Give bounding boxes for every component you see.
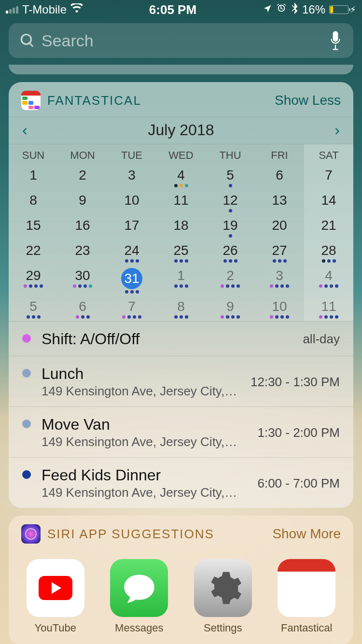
weekday-header: SAT bbox=[304, 144, 353, 165]
event-title: Move Van bbox=[42, 416, 247, 434]
calendar-day[interactable]: 6 bbox=[255, 165, 304, 190]
fantastical-icon bbox=[21, 91, 41, 110]
app-suggestion-settings[interactable]: Settings bbox=[194, 559, 252, 634]
calendar-day[interactable]: 6 bbox=[58, 296, 107, 321]
calendar-day[interactable]: 4 bbox=[156, 165, 206, 190]
charging-icon: ⚡︎ bbox=[350, 4, 356, 15]
show-more-button[interactable]: Show More bbox=[272, 526, 341, 542]
event-row[interactable]: Feed Kids Dinner149 Kensington Ave, Jers… bbox=[9, 458, 353, 508]
event-location: 149 Kensington Ave, Jersey City,… bbox=[42, 384, 240, 399]
calendar-day[interactable]: 15 bbox=[9, 215, 58, 240]
weekday-header: MON bbox=[58, 144, 107, 165]
weekday-header: SUN bbox=[9, 144, 58, 165]
calendar-day[interactable]: 9 bbox=[58, 190, 107, 215]
calendar-day[interactable]: 16 bbox=[58, 215, 107, 240]
calendar-day[interactable]: 14 bbox=[304, 190, 353, 215]
calendar-day[interactable]: 26 bbox=[206, 240, 255, 265]
calendar-day[interactable]: 19 bbox=[206, 215, 255, 240]
battery-icon bbox=[329, 5, 348, 14]
event-time: 6:00 - 7:00 PM bbox=[257, 476, 340, 491]
calendar-day[interactable]: 3 bbox=[107, 165, 156, 190]
status-bar: T-Mobile 6:05 PM 16% ⚡︎ bbox=[0, 0, 362, 19]
weekday-header: WED bbox=[156, 144, 206, 165]
calendar-day[interactable]: 8 bbox=[9, 190, 58, 215]
previous-widget-peek bbox=[9, 65, 353, 74]
calendar-day[interactable]: 1 bbox=[9, 165, 58, 190]
event-color-dot bbox=[22, 334, 31, 343]
calendar-day[interactable]: 11 bbox=[304, 296, 353, 321]
event-color-dot bbox=[22, 420, 31, 428]
app-suggestion-youtube[interactable]: YouTube bbox=[27, 559, 84, 634]
bluetooth-icon bbox=[291, 2, 298, 17]
calendar-day[interactable]: 7 bbox=[107, 296, 156, 321]
calendar-day[interactable]: 2 bbox=[206, 265, 255, 296]
status-time: 6:05 PM bbox=[149, 2, 196, 17]
event-color-dot bbox=[22, 470, 31, 479]
fantastical-widget: FANTASTICAL Show Less ‹ July 2018 › SUNM… bbox=[9, 82, 353, 508]
calendar-day[interactable]: 24 bbox=[107, 240, 156, 265]
weekday-header: FRI bbox=[255, 144, 304, 165]
calendar-day[interactable]: 11 bbox=[156, 190, 206, 215]
alarm-icon bbox=[276, 3, 287, 16]
app-suggestion-messages[interactable]: Messages bbox=[110, 559, 168, 634]
calendar-day[interactable]: 20 bbox=[255, 215, 304, 240]
calendar-day[interactable]: 2 bbox=[58, 165, 107, 190]
calendar-day[interactable]: 5 bbox=[9, 296, 58, 321]
calendar-day[interactable]: 3 bbox=[255, 265, 304, 296]
calendar-day[interactable]: 12 bbox=[206, 190, 255, 215]
event-time: 1:30 - 2:00 PM bbox=[257, 425, 340, 440]
widget-title: SIRI APP SUGGESTIONS bbox=[47, 527, 265, 542]
prev-month-button[interactable]: ‹ bbox=[22, 121, 28, 139]
fantastical-icon bbox=[278, 559, 335, 617]
youtube-icon bbox=[27, 559, 84, 617]
calendar-day[interactable]: 30 bbox=[58, 265, 107, 296]
calendar-day[interactable]: 17 bbox=[107, 215, 156, 240]
calendar-grid: SUNMONTUEWEDTHUFRISAT1234567891011121314… bbox=[9, 144, 353, 321]
calendar-day[interactable]: 23 bbox=[58, 240, 107, 265]
event-row[interactable]: Move Van149 Kensington Ave, Jersey City,… bbox=[9, 407, 353, 458]
calendar-day[interactable]: 29 bbox=[9, 265, 58, 296]
event-location: 149 Kensington Ave, Jersey City,… bbox=[42, 485, 247, 500]
calendar-day[interactable]: 13 bbox=[255, 190, 304, 215]
event-title: Shift: A/Off/Off bbox=[42, 330, 292, 348]
carrier-label: T-Mobile bbox=[22, 3, 67, 16]
calendar-day[interactable]: 28 bbox=[304, 240, 353, 265]
calendar-day[interactable]: 5 bbox=[206, 165, 255, 190]
event-title: Lunch bbox=[42, 365, 240, 383]
mic-icon[interactable] bbox=[329, 31, 342, 50]
widget-title: FANTASTICAL bbox=[47, 93, 268, 108]
app-suggestion-fantastical[interactable]: Fantastical bbox=[278, 559, 335, 634]
calendar-day[interactable]: 27 bbox=[255, 240, 304, 265]
event-title: Feed Kids Dinner bbox=[42, 466, 247, 484]
calendar-day[interactable]: 4 bbox=[304, 265, 353, 296]
search-bar[interactable]: Search bbox=[9, 23, 353, 58]
show-less-button[interactable]: Show Less bbox=[275, 93, 341, 108]
calendar-day[interactable]: 7 bbox=[304, 165, 353, 190]
month-label: July 2018 bbox=[148, 121, 214, 139]
calendar-day[interactable]: 1 bbox=[156, 265, 206, 296]
event-location: 149 Kensington Ave, Jersey City,… bbox=[42, 434, 247, 449]
search-icon bbox=[20, 33, 35, 48]
calendar-day[interactable]: 8 bbox=[156, 296, 206, 321]
siri-icon bbox=[21, 524, 41, 544]
battery-pct: 16% bbox=[302, 3, 325, 16]
calendar-day[interactable]: 10 bbox=[107, 190, 156, 215]
location-icon bbox=[263, 3, 272, 16]
event-color-dot bbox=[22, 369, 31, 378]
event-time: all-day bbox=[303, 332, 340, 347]
weekday-header: THU bbox=[206, 144, 255, 165]
event-row[interactable]: Lunch149 Kensington Ave, Jersey City,…12… bbox=[9, 356, 353, 407]
next-month-button[interactable]: › bbox=[334, 121, 340, 139]
calendar-day[interactable]: 31 bbox=[107, 265, 156, 296]
calendar-day[interactable]: 9 bbox=[206, 296, 255, 321]
calendar-day[interactable]: 22 bbox=[9, 240, 58, 265]
calendar-day[interactable]: 21 bbox=[304, 215, 353, 240]
calendar-day[interactable]: 10 bbox=[255, 296, 304, 321]
messages-icon bbox=[110, 559, 168, 617]
calendar-day[interactable]: 25 bbox=[156, 240, 206, 265]
calendar-day[interactable]: 18 bbox=[156, 215, 206, 240]
settings-icon bbox=[194, 559, 252, 617]
search-placeholder: Search bbox=[42, 31, 329, 50]
event-row[interactable]: Shift: A/Off/Offall-day bbox=[9, 322, 353, 356]
weekday-header: TUE bbox=[107, 144, 156, 165]
